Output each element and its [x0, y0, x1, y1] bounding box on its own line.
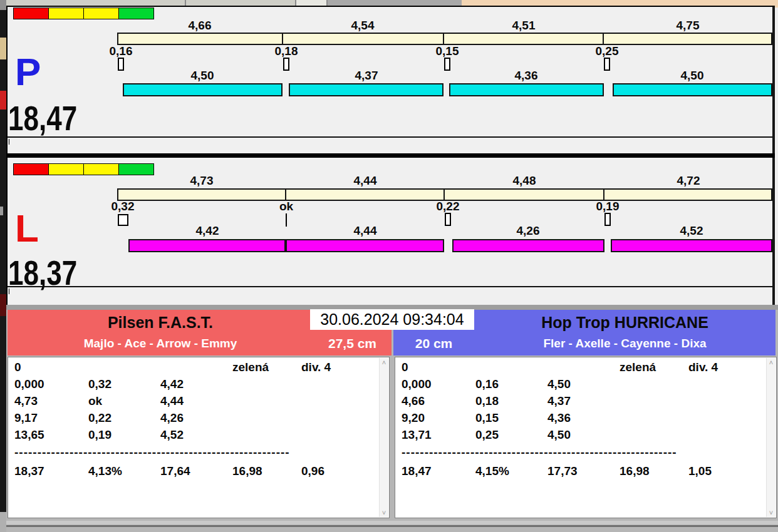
table-cell: 0,19: [88, 428, 112, 442]
start-light-1: [48, 163, 84, 175]
dog-time-bar-segment: [449, 83, 604, 96]
summary-cell: 0,96: [301, 464, 324, 478]
dog-time-label: 4,50: [664, 69, 720, 82]
dog-time-label: 4,42: [179, 225, 236, 237]
table-cell: 4,42: [160, 377, 184, 391]
dog-time-label: 4,37: [338, 69, 395, 82]
start-interval-checkbox[interactable]: [604, 58, 610, 71]
split-time-label: 4,75: [660, 19, 716, 32]
dog-time-label: 4,50: [174, 69, 231, 82]
background-titlebar-segment: [6, 0, 186, 6]
dog-time-bar-segment: [613, 83, 772, 96]
start-light-2: [83, 8, 119, 19]
dog-time-bar-segment: [286, 239, 444, 252]
start-interval-checkbox[interactable]: [283, 58, 289, 71]
window-bottom-strip: [6, 521, 778, 524]
start-interval-label: 0,16: [99, 45, 143, 58]
summary-cell: 17,73: [547, 464, 578, 478]
summary-cell: 17,64: [160, 464, 190, 478]
table-cell: 4,50: [547, 377, 571, 391]
table-cell: 0: [402, 361, 408, 374]
split-bar-divider: [443, 34, 444, 44]
table-cell: 4,50: [547, 428, 571, 442]
background-window-left-strip: [0, 0, 6, 532]
table-cell: 4,52: [160, 428, 184, 442]
start-interval-checkbox[interactable]: [444, 58, 450, 71]
table-cell: 0,32: [88, 377, 112, 391]
start-interval-checkbox[interactable]: [118, 214, 128, 226]
ok-tick-mark: [286, 213, 287, 227]
background-fragment: [0, 91, 6, 110]
start-interval-checkbox[interactable]: [445, 213, 451, 226]
table-cell: 4,44: [160, 394, 184, 408]
start-light-2: [83, 163, 119, 175]
background-window-top-strip: [6, 0, 778, 6]
split-bar-divider: [282, 34, 283, 44]
dog-time-bar-segment: [289, 83, 443, 96]
scroll-up-icon[interactable]: ˄: [380, 358, 388, 367]
start-light-0: [13, 8, 49, 19]
table-cell: 4,66: [402, 394, 425, 408]
table-cell: ok: [88, 394, 102, 408]
lane-divider-bar: [6, 153, 775, 158]
dog-time-bar-segment: [128, 239, 286, 252]
table-cell: 4,36: [547, 411, 571, 425]
table-cell: 13,71: [402, 428, 432, 442]
dog-time-label: 4,44: [337, 225, 393, 237]
summary-cell: 16,98: [232, 464, 262, 478]
scroll-down-icon[interactable]: ˅: [767, 508, 775, 517]
table-cell: 4,37: [547, 394, 571, 408]
split-bar-divider: [603, 190, 604, 200]
background-fragment: [0, 0, 6, 10]
table-cell: 4,26: [160, 411, 184, 425]
table-cell: div. 4: [301, 361, 331, 374]
table-cell: 0: [14, 361, 21, 374]
dog-time-label: 4,36: [498, 69, 554, 82]
scroll-down-icon[interactable]: ˅: [380, 508, 388, 517]
summary-cell: 18,47: [402, 464, 432, 478]
lane-L-total-time: 18,37: [8, 256, 77, 290]
split-time-label: 4,66: [172, 19, 228, 32]
split-time-label: 4,72: [660, 175, 717, 187]
table-cell: 0,000: [14, 377, 44, 391]
start-interval-label: 0,18: [264, 45, 308, 58]
table-separator: ----------------------------------------…: [14, 446, 290, 459]
summary-cell: 18,37: [14, 464, 44, 478]
background-titlebar-segment: [296, 0, 328, 6]
datetime-display: 30.06.2024 09:34:04: [310, 309, 474, 330]
scrollbar[interactable]: ˄ ˅: [379, 358, 388, 517]
background-fragment: [0, 512, 6, 532]
team-right-dogs: Fler - Axelle - Cayenne - Dixa: [474, 336, 775, 351]
summary-cell: 4,13%: [88, 464, 122, 478]
scrollbar[interactable]: ˄ ˅: [766, 358, 775, 517]
split-time-bar: [117, 188, 772, 201]
table-cell: 4,73: [14, 394, 38, 408]
table-cell: 0,18: [475, 394, 499, 408]
dog-time-bar-segment: [611, 239, 772, 252]
table-cell: 0,22: [88, 411, 112, 425]
split-time-label: 4,73: [174, 175, 230, 187]
split-time-label: 4,51: [495, 19, 552, 32]
team-left-dogs: Majlo - Ace - Arrow - Emmy: [8, 336, 313, 351]
lane-L-status-strip: [8, 286, 772, 305]
dog-time-label: 4,52: [663, 225, 720, 237]
table-cell: 9,20: [402, 411, 425, 425]
split-bar-divider: [603, 34, 604, 44]
split-bar-divider: [443, 190, 445, 200]
start-interval-checkbox[interactable]: [604, 213, 611, 226]
start-interval-checkbox[interactable]: [118, 58, 124, 71]
scroll-up-icon[interactable]: ˄: [767, 358, 775, 367]
lane-L-letter: L: [15, 209, 39, 248]
lane-P-status-strip: [8, 136, 772, 153]
result-text-left[interactable]: ˄ ˅ 0zelenádiv. 40,0000,324,424,73ok4,44…: [8, 357, 390, 518]
start-interval-label: 0,32: [101, 200, 145, 213]
team-right-name: Hop Trop HURRICANE: [474, 314, 775, 331]
result-text-right[interactable]: ˄ ˅ 0zelenádiv. 40,0000,164,504,660,184,…: [395, 357, 777, 518]
caret-tick: [9, 139, 9, 145]
split-time-label: 4,44: [337, 175, 393, 187]
table-cell: 0,000: [402, 377, 432, 391]
background-fragment: [0, 207, 3, 215]
background-fragment: [0, 294, 6, 316]
team-left-name: Pilsen F.A.S.T.: [8, 314, 313, 331]
summary-cell: 16,98: [620, 464, 650, 478]
